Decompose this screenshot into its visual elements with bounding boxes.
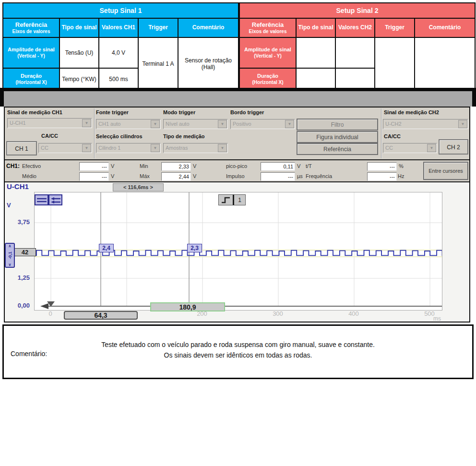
setup2-header-trigger: Trigger xyxy=(375,18,415,37)
fonte-trigger-value: CH1 auto xyxy=(98,121,120,127)
fonte-trigger-select[interactable]: CH1 auto ▼ xyxy=(96,119,161,129)
pico-pico-value: 0,11 xyxy=(261,162,295,171)
trigger-level-button[interactable]: 1 xyxy=(218,194,246,205)
level-marker-box[interactable]: 42 xyxy=(14,248,36,256)
bordo-trigger-select[interactable]: Positivo ▼ xyxy=(230,119,295,129)
medio-unit: V xyxy=(111,173,114,179)
filtro-button[interactable]: Filtro xyxy=(297,119,378,131)
chevron-down-icon[interactable]: ∨ xyxy=(9,263,12,267)
ref-main: Duração xyxy=(21,73,42,79)
ch2-cacc-value: CC xyxy=(385,145,393,151)
header-sub: Eixos de valores xyxy=(240,29,296,35)
setup1-comentario-value: Sensor de rotação (Hall) xyxy=(178,37,238,90)
setup1-header-valores: Valores CH1 xyxy=(99,18,138,37)
setup-signal-2-table: Setup Sinal 2 Referência Eixos de valore… xyxy=(239,2,476,91)
setup1-header-tipo: Tipo de sinal xyxy=(60,18,99,37)
trigger-channel-number: 1 xyxy=(234,197,245,203)
ref-sub: (Horizontal X) xyxy=(240,80,296,85)
comment-text: Teste efetuado com o veículo parado e ro… xyxy=(4,339,472,361)
setup1-row-duracao-label: Duração (Horizontal X) xyxy=(3,68,60,90)
comment-line1: Teste efetuado com o veículo parado e ro… xyxy=(4,339,472,350)
referencia-button[interactable]: Referência xyxy=(297,143,378,155)
ch1-signal-label: Sinal de medição CH1 xyxy=(7,109,62,115)
tt-value: --- xyxy=(367,162,397,171)
ch1-signal-select[interactable]: U-CH1 ▼ xyxy=(7,118,92,128)
figura-individual-button[interactable]: Figura individual xyxy=(297,131,378,143)
max-label: Máx xyxy=(140,173,150,179)
header-sub: Eixos de valores xyxy=(3,29,59,35)
cursor-delta-time[interactable]: < 116,6ms > xyxy=(113,183,164,191)
ch1-button[interactable]: CH 1 xyxy=(6,141,37,155)
entre-cursores-button[interactable]: Entre cursores xyxy=(423,162,468,180)
y-tick: 0,00 xyxy=(5,302,30,309)
cursor-lines-icon xyxy=(36,196,48,204)
chevron-down-icon[interactable]: ▼ xyxy=(285,120,294,128)
setup1-header-trigger: Trigger xyxy=(138,18,178,37)
cursor-horizontal-lines-button[interactable] xyxy=(35,194,48,205)
ch1-cacc-select[interactable]: CC ▼ xyxy=(38,143,92,153)
waveform-area: U-CH1 < 116,6ms > V 3,75 1,25 0,00 0 100… xyxy=(5,182,469,322)
comentario-line2: (Hall) xyxy=(178,64,238,71)
diagnostic-report-page: Setup Sinal 1 Referência Eixos de valore… xyxy=(0,0,476,466)
x-axis-unit: ms xyxy=(433,315,441,322)
cilindros-label: Selecção cilindros xyxy=(96,133,143,139)
y-tick: 3,75 xyxy=(5,218,30,226)
chevron-down-icon[interactable]: ▼ xyxy=(427,144,436,152)
setup2-header-tipo: Tipo de sinal xyxy=(296,18,335,37)
cursor1-time-box[interactable]: 64,3 xyxy=(64,311,138,320)
frequencia-value: --- xyxy=(367,172,397,181)
ch2-cacc-select[interactable]: CC ▼ xyxy=(383,143,437,153)
axis-left-arrow-icon[interactable] xyxy=(40,303,48,309)
cilindros-value: Cilindro 1 xyxy=(98,145,120,151)
setup-signal-1-table: Setup Sinal 1 Referência Eixos de valore… xyxy=(2,2,239,91)
efectivo-label: Efectivo xyxy=(22,163,41,169)
chevron-down-icon[interactable]: ▼ xyxy=(82,119,91,127)
modo-trigger-select[interactable]: Nível auto ▼ xyxy=(163,119,228,129)
chevron-down-icon[interactable]: ▼ xyxy=(218,144,227,152)
setup1-title: Setup Sinal 1 xyxy=(3,3,238,18)
gridlines xyxy=(35,192,442,306)
setup2-header-referencia: Referência Eixos de valores xyxy=(239,18,296,37)
min-label: Min xyxy=(140,163,148,169)
measurement-strip: CH1: Efectivo --- V Min 2,33 V pico-pico… xyxy=(5,159,469,182)
pico-pico-unit: V xyxy=(297,163,300,169)
tipo-medicao-select[interactable]: Amostras ▼ xyxy=(163,143,228,153)
chevron-down-icon[interactable]: ▼ xyxy=(218,120,227,128)
chevron-down-icon[interactable]: ▼ xyxy=(458,120,467,128)
efectivo-value: --- xyxy=(79,162,109,171)
setup2-duracao-valor xyxy=(335,68,375,90)
header-main: Referência xyxy=(252,21,284,28)
cursor-move-left-button[interactable] xyxy=(48,194,62,205)
setup1-duracao-valor: 500 ms xyxy=(99,68,138,90)
cursor1-value-label[interactable]: 2,4 xyxy=(99,244,114,252)
setup2-amplitude-valor xyxy=(335,37,375,68)
setup1-amplitude-tipo: Tensão (U) xyxy=(60,37,99,68)
chevron-up-icon[interactable]: ∧ xyxy=(9,244,12,248)
tt-unit: % xyxy=(399,163,404,169)
chevron-down-icon[interactable]: ▼ xyxy=(82,144,91,152)
ref-main: Duração xyxy=(257,73,278,79)
chevron-down-icon[interactable]: ▼ xyxy=(151,120,160,128)
max-value: 2,44 xyxy=(161,172,191,181)
frequencia-label: Frequência xyxy=(306,173,332,179)
ref-main: Amplitude de sinal xyxy=(244,47,291,52)
setup2-duracao-tipo xyxy=(296,68,335,90)
header-main: Referência xyxy=(15,21,47,28)
scope-plot[interactable] xyxy=(34,192,442,311)
scope-plot-svg xyxy=(35,192,442,310)
y-offset-value: -0,1 xyxy=(7,251,12,259)
bordo-trigger-value: Positivo xyxy=(233,121,251,127)
setup2-trigger-value xyxy=(375,37,415,90)
comment-line2: Os sinais devem ser idênticos em todas a… xyxy=(4,350,472,360)
setup1-amplitude-valor: 4,0 V xyxy=(99,37,138,68)
cilindros-select[interactable]: Cilindro 1 ▼ xyxy=(96,143,161,153)
chevron-down-icon[interactable]: ▼ xyxy=(151,144,160,152)
cursor2-time-box[interactable]: 180,9 xyxy=(150,302,225,311)
ch2-signal-value: U-CH2 xyxy=(385,121,402,127)
max-unit: V xyxy=(193,173,196,179)
ch2-button[interactable]: CH 2 xyxy=(439,139,468,155)
ch2-signal-select[interactable]: U-CH2 ▼ xyxy=(383,119,468,129)
pico-pico-label: pico-pico xyxy=(226,163,247,169)
y-offset-spinner[interactable]: ∧ -0,1 ∨ xyxy=(5,243,15,268)
cursor2-value-label[interactable]: 2,3 xyxy=(187,244,202,252)
